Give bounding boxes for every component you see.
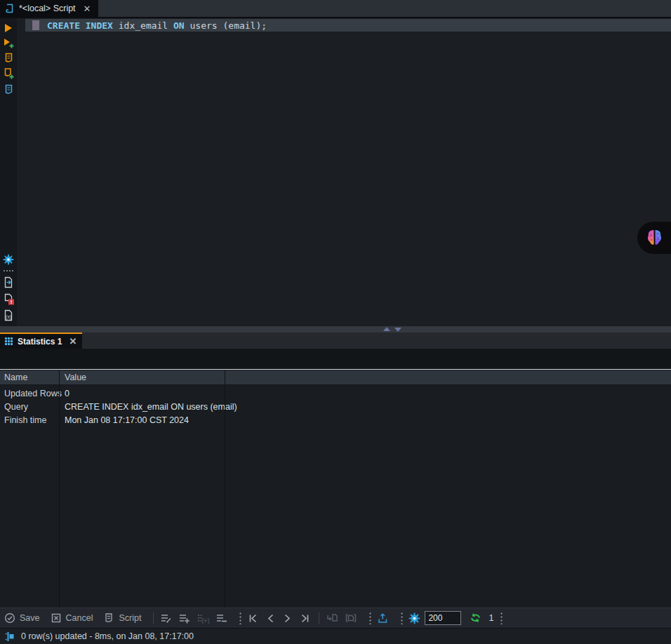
row-name: Query xyxy=(4,402,28,412)
save-label: Save xyxy=(20,613,40,623)
panel-splitter[interactable] xyxy=(0,326,671,333)
cancel-button[interactable]: Cancel xyxy=(51,612,93,624)
column-header-value[interactable]: Value xyxy=(65,373,86,382)
toolbar-drag-handle[interactable] xyxy=(500,612,503,624)
chevron-down-icon[interactable] xyxy=(394,328,401,332)
svg-text:!: ! xyxy=(11,299,13,305)
row-value: CREATE INDEX idx_email ON users (email) xyxy=(65,402,237,412)
export-resultset-icon[interactable] xyxy=(377,612,389,624)
execute-script-new-tab-icon[interactable] xyxy=(3,68,14,79)
open-document-icon[interactable] xyxy=(3,276,14,288)
stats-tab-label: Statistics 1 xyxy=(18,337,62,347)
grid-header-row: Name Value xyxy=(0,370,671,385)
sql-keyword: CREATE INDEX xyxy=(47,20,119,31)
ai-assistant-button[interactable] xyxy=(637,222,671,254)
close-icon[interactable]: ✕ xyxy=(69,337,77,346)
toolbar-separator xyxy=(319,612,319,624)
script-button[interactable]: Script xyxy=(103,612,141,624)
sql-identifier: idx_email xyxy=(119,20,173,31)
results-tab-bar: Statistics 1 ✕ xyxy=(0,333,671,349)
svg-text:(+): (+) xyxy=(202,617,210,624)
sql-identifier: users (email); xyxy=(190,20,267,31)
document-parameters-icon[interactable]: (x) xyxy=(3,309,14,321)
execute-script-icon[interactable] xyxy=(3,53,14,64)
grip-dots[interactable] xyxy=(3,269,14,272)
table-row-updated-rows[interactable]: Updated Rows 0 xyxy=(0,387,671,400)
document-error-icon[interactable]: ! xyxy=(3,293,14,304)
grid-body[interactable]: Updated Rows 0 Query CREATE INDEX idx_em… xyxy=(0,386,671,608)
execute-statement-new-tab-icon[interactable] xyxy=(3,38,14,49)
statement-status-icon xyxy=(3,631,15,643)
toolbar-separator xyxy=(153,612,154,624)
refresh-icon[interactable] xyxy=(470,612,482,624)
refresh-count: 1 xyxy=(489,613,493,623)
cancel-label: Cancel xyxy=(66,613,93,623)
row-name: Updated Rows xyxy=(4,389,62,398)
row-value: Mon Jan 08 17:17:00 CST 2024 xyxy=(65,415,189,425)
fetch-next-page-icon[interactable] xyxy=(326,612,338,624)
row-name: Finish time xyxy=(4,415,46,425)
ai-brain-icon xyxy=(645,229,664,247)
editor-tab-bar: *<local> Script ✕ xyxy=(0,0,671,18)
previous-row-icon[interactable] xyxy=(265,613,276,624)
svg-text:(x): (x) xyxy=(6,314,11,320)
cancel-icon xyxy=(51,612,62,624)
duplicate-row-icon[interactable]: (+) xyxy=(197,613,209,624)
edit-cell-icon[interactable] xyxy=(160,613,172,624)
editor-left-toolbar: ! (x) xyxy=(0,18,17,326)
row-value: 0 xyxy=(65,389,69,398)
next-row-icon[interactable] xyxy=(282,613,293,624)
results-filter-strip[interactable] xyxy=(0,349,671,370)
chevron-up-icon[interactable] xyxy=(383,327,390,331)
script-label: Script xyxy=(119,613,141,623)
editor-tab-title: *<local> Script xyxy=(19,4,76,13)
sql-keyword: ON xyxy=(173,20,190,31)
fetch-size-input[interactable] xyxy=(425,611,461,625)
save-button[interactable]: Save xyxy=(4,612,40,624)
explain-plan-icon[interactable] xyxy=(3,84,14,95)
first-row-icon[interactable] xyxy=(247,613,259,624)
sql-code-line[interactable]: CREATE INDEX idx_email ON users (email); xyxy=(47,20,267,31)
execute-statement-icon[interactable] xyxy=(3,22,14,34)
column-divider[interactable] xyxy=(59,370,60,608)
settings-gear-icon[interactable] xyxy=(3,254,14,265)
table-row-finish-time[interactable]: Finish time Mon Jan 08 17:17:00 CST 2024 xyxy=(0,413,671,427)
toolbar-drag-handle[interactable] xyxy=(239,612,241,624)
fetch-all-rows-icon[interactable] xyxy=(345,612,357,624)
fetch-settings-gear-icon[interactable] xyxy=(408,612,420,624)
close-icon[interactable]: ✕ xyxy=(84,4,91,13)
statement-indicator xyxy=(32,20,39,30)
script-icon xyxy=(103,612,114,624)
editor-tab-local-script[interactable]: *<local> Script ✕ xyxy=(0,0,98,17)
save-icon xyxy=(4,612,15,624)
delete-row-icon[interactable] xyxy=(215,613,227,624)
status-message: 0 row(s) updated - 8ms, on Jan 08, 17:17… xyxy=(21,631,194,641)
results-toolbar: Save Cancel Script (+) xyxy=(0,608,671,628)
toolbar-drag-handle[interactable] xyxy=(401,612,403,624)
tab-statistics-1[interactable]: Statistics 1 ✕ xyxy=(0,333,82,349)
table-row-query[interactable]: Query CREATE INDEX idx_email ON users (e… xyxy=(0,400,671,413)
add-row-icon[interactable] xyxy=(178,613,190,624)
splitter-collapse-arrows[interactable] xyxy=(383,327,401,332)
last-row-icon[interactable] xyxy=(299,613,311,624)
column-header-name[interactable]: Name xyxy=(4,373,27,382)
sql-script-icon xyxy=(4,4,14,14)
sql-editor[interactable]: ! (x) CREATE INDEX idx_email ON users (e… xyxy=(0,18,671,326)
status-bar: 0 row(s) updated - 8ms, on Jan 08, 17:17… xyxy=(0,628,671,644)
toolbar-drag-handle[interactable] xyxy=(369,612,371,624)
grid-icon xyxy=(4,337,13,346)
column-divider[interactable] xyxy=(225,370,225,608)
